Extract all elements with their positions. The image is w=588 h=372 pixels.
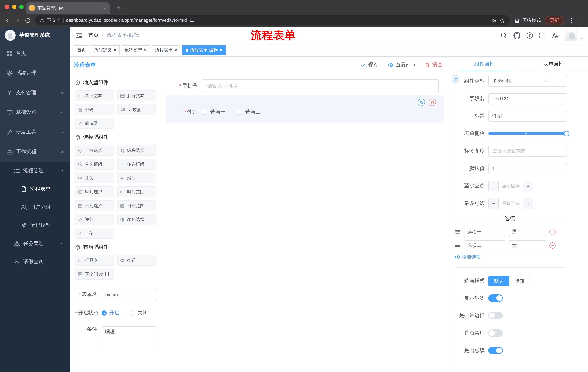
palette-item-upload[interactable]: 上传 — [75, 228, 114, 239]
sidebar-item-home[interactable]: 首页 — [0, 44, 70, 63]
sidebar-item-infra[interactable]: 基础设施 — [0, 103, 70, 122]
zoom-window-button[interactable] — [19, 5, 24, 9]
palette-item-counter[interactable]: 123计数器 — [117, 104, 156, 115]
link-icon[interactable] — [452, 75, 459, 83]
palette-item-slider[interactable]: 滑块 — [117, 172, 156, 183]
show-label-switch[interactable] — [488, 295, 503, 302]
palette-item-color-picker[interactable]: 颜色选择 — [117, 214, 156, 225]
sidebar-item-process-form[interactable]: 流程表单 — [0, 180, 70, 198]
palette-item-checkbox-group[interactable]: 多选框组 — [117, 159, 156, 170]
option-value-input[interactable] — [509, 240, 546, 250]
decrease-icon[interactable]: − — [489, 198, 499, 209]
slider-runway[interactable] — [488, 132, 567, 135]
option-drag-icon[interactable] — [455, 242, 461, 248]
sidebar-item-payment[interactable]: ¥ 支付管理 — [0, 83, 70, 103]
selected-widget-gender[interactable]: *性别 选项一 选项二 — [166, 95, 444, 123]
back-icon[interactable] — [4, 17, 10, 23]
palette-item-time-range[interactable]: 时间范围 — [117, 186, 156, 197]
search-icon[interactable] — [500, 32, 507, 39]
required-switch[interactable] — [488, 347, 503, 354]
status-off-radio[interactable]: 关闭 — [130, 310, 148, 316]
sidebar-item-process-model[interactable]: 流程模型 — [0, 216, 70, 234]
field-name-input[interactable] — [488, 93, 567, 104]
default-value-input[interactable] — [488, 163, 567, 174]
style-button-button[interactable]: 按钮 — [509, 276, 530, 286]
warning-icon[interactable] — [40, 18, 44, 23]
option-label-input[interactable] — [464, 240, 505, 250]
key-icon[interactable] — [492, 18, 497, 23]
status-on-radio[interactable]: 开启 — [102, 310, 119, 316]
sidebar-item-devtools[interactable]: 研发工具 — [0, 122, 70, 142]
form-name-input[interactable] — [102, 289, 156, 300]
palette-item-cascader[interactable]: 级联选择 — [117, 145, 156, 156]
palette-item-button[interactable]: 按钮 — [117, 255, 156, 266]
option-value-input[interactable] — [509, 227, 546, 237]
palette-item-radio-group[interactable]: 单选框组 — [75, 159, 114, 170]
sidebar-item-system[interactable]: 系统管理 — [0, 63, 70, 83]
fullscreen-icon[interactable] — [539, 32, 546, 39]
clear-button[interactable]: 清空 — [425, 62, 442, 68]
tab-form-props[interactable]: 表单属性 — [519, 57, 588, 71]
palette-item-editor[interactable]: 编辑器 — [75, 118, 114, 129]
breadcrumb-home[interactable]: 首页 — [88, 32, 99, 39]
border-switch[interactable] — [488, 312, 503, 319]
forward-icon[interactable] — [15, 17, 21, 23]
palette-item-switch[interactable]: 开关 — [75, 172, 114, 183]
palette-item-table[interactable]: 表格[开发中] — [75, 269, 114, 279]
palette-item-date-picker[interactable]: 日期选择 — [75, 200, 114, 211]
update-button[interactable]: 更新 — [545, 16, 564, 25]
palette-item-select[interactable]: 下拉选择 — [75, 145, 114, 156]
minimize-window-button[interactable] — [12, 5, 16, 9]
checkbox-box[interactable] — [202, 110, 207, 115]
style-default-button[interactable]: 默认 — [488, 276, 509, 286]
browser-tab[interactable]: 芋道管理系统 × — [26, 2, 110, 14]
remark-textarea[interactable]: 嘿嘿 — [102, 326, 156, 347]
max-select-stepper[interactable]: − 最多可选 + — [488, 198, 533, 209]
palette-item-single-text[interactable]: 单行文本 — [75, 90, 114, 101]
remove-option-icon[interactable]: − — [549, 242, 556, 248]
component-type-select[interactable]: 多选框组 — [488, 76, 567, 87]
tab-component-props[interactable]: 组件属性 — [450, 57, 519, 71]
reload-icon[interactable] — [25, 17, 31, 23]
title-input[interactable] — [488, 111, 567, 122]
min-select-stepper[interactable]: − 至少应选 + — [488, 181, 533, 191]
chevron-down-icon[interactable] — [579, 18, 584, 22]
github-icon[interactable] — [514, 32, 520, 39]
sidebar-logo[interactable]: 芋道管理系统 — [0, 27, 70, 44]
user-menu[interactable] — [565, 29, 583, 42]
bookmark-star-icon[interactable] — [500, 18, 505, 23]
checkbox-option-1[interactable]: 选项一 — [202, 109, 226, 115]
form-canvas[interactable]: *手机号 *性别 选项一 选项二 — [161, 73, 450, 372]
close-icon[interactable]: × — [174, 47, 177, 53]
help-icon[interactable]: ? — [526, 32, 533, 38]
increase-icon[interactable]: + — [523, 181, 533, 191]
tag-home[interactable]: 首页 — [74, 45, 89, 55]
hamburger-icon[interactable] — [76, 32, 83, 39]
new-tab-button[interactable]: + — [114, 3, 123, 13]
tag-process-model[interactable]: 流程模型× — [121, 45, 150, 55]
palette-item-password[interactable]: 密码 — [75, 104, 114, 115]
slider-handle[interactable] — [564, 131, 569, 137]
view-json-button[interactable]: 查看json — [388, 62, 415, 68]
sidebar-item-leave-query[interactable]: 请假查询 — [0, 253, 70, 271]
sidebar-item-workflow[interactable]: 工作流程 — [0, 142, 70, 162]
sidebar-item-process-mgmt[interactable]: 流程管理 — [0, 162, 70, 180]
avatar[interactable] — [565, 29, 578, 42]
font-size-icon[interactable] — [552, 32, 559, 39]
grid-slider[interactable] — [488, 128, 567, 139]
copy-widget-button[interactable] — [418, 99, 425, 106]
palette-item-row-container[interactable]: 行容器 — [75, 255, 114, 266]
add-option-button[interactable]: 添加选项 — [455, 254, 588, 260]
phone-field-row[interactable]: *手机号 — [166, 79, 439, 93]
phone-input[interactable] — [202, 79, 439, 93]
close-icon[interactable]: × — [144, 47, 147, 53]
save-button[interactable]: 保存 — [361, 62, 378, 68]
palette-item-time-picker[interactable]: 时间选择 — [75, 186, 114, 197]
sidebar-item-task-mgmt[interactable]: 任务管理 — [0, 234, 70, 253]
close-icon[interactable]: × — [220, 47, 222, 53]
option-drag-icon[interactable] — [455, 229, 461, 235]
palette-item-date-range[interactable]: 日期范围 — [117, 200, 156, 211]
tab-close-icon[interactable]: × — [102, 5, 107, 11]
checkbox-option-2[interactable]: 选项二 — [237, 109, 261, 115]
checkbox-box[interactable] — [237, 110, 242, 115]
